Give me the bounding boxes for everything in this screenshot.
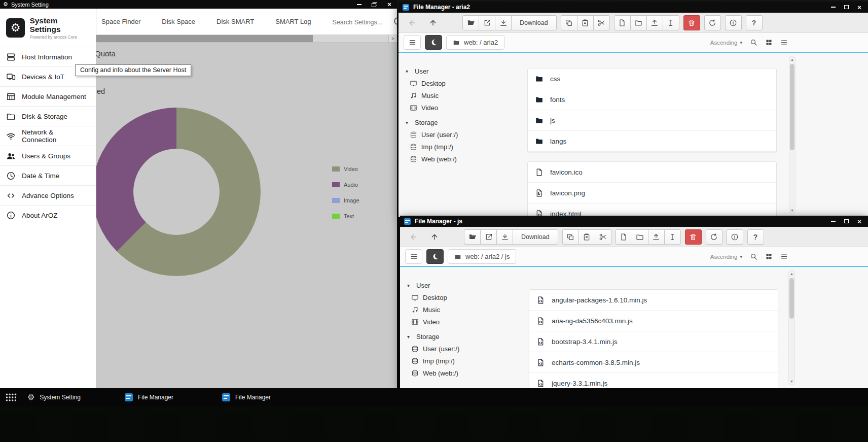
paste-button[interactable] [578, 229, 595, 245]
tree-item[interactable]: ▾ Video [411, 316, 527, 328]
cut-button[interactable] [595, 229, 611, 245]
file-row[interactable]: aria-ng-da5356c403.min.js [529, 311, 778, 331]
settings-tab[interactable]: Disk SMART [216, 18, 254, 25]
tree-item[interactable]: ▾ Web (web:/) [410, 153, 525, 165]
taskbar-item-file-manager-2[interactable]: File Manager [217, 388, 314, 406]
sidebar-item[interactable]: Advance Options [0, 185, 96, 205]
settings-tab[interactable]: SMART Log [275, 18, 311, 25]
theme-toggle-button[interactable] [425, 35, 442, 50]
info-button[interactable] [725, 15, 742, 30]
new-file-button[interactable] [614, 15, 631, 30]
sort-order-dropdown[interactable]: Ascending ▾ [710, 254, 742, 260]
file-row[interactable]: css [528, 69, 776, 89]
list-view-icon[interactable] [780, 253, 788, 260]
settings-tab[interactable]: Space Finder [101, 18, 140, 25]
sidebar-item[interactable]: Users & Groups [0, 146, 96, 165]
tree-item[interactable]: ▾ Storage [406, 116, 525, 128]
sidebar-item[interactable]: Date & Time [0, 165, 96, 185]
rename-button[interactable] [663, 15, 679, 30]
download-button[interactable]: Download [513, 229, 558, 245]
scrollbar-thumb[interactable] [789, 278, 794, 319]
tree-item[interactable]: ▾ Desktop [410, 77, 525, 89]
file-row[interactable]: langs [528, 131, 776, 152]
menu-button[interactable] [405, 249, 422, 264]
taskbar-item-file-manager-1[interactable]: File Manager [120, 388, 217, 406]
system-setting-titlebar[interactable]: ⚙ System Setting × [0, 0, 397, 9]
scroll-up-arrow[interactable]: ▲ [789, 58, 795, 61]
file-row[interactable]: echarts-common-3.8.5.min.js [529, 352, 778, 373]
legend-item[interactable]: Video [332, 166, 359, 172]
sidebar-item[interactable]: Network & Connection [0, 126, 96, 146]
titlebar[interactable]: File Manager - js × [400, 216, 868, 227]
up-button[interactable] [426, 229, 443, 245]
back-button[interactable] [405, 229, 422, 245]
scrollbar-thumb[interactable] [790, 64, 794, 150]
maximize-button[interactable] [840, 2, 853, 13]
scrollbar-thumb[interactable] [96, 35, 313, 42]
help-button[interactable]: ? [747, 229, 764, 245]
taskbar-item-system-setting[interactable]: ⚙ System Setting [22, 388, 120, 406]
tree-item[interactable]: ▾ User [406, 65, 525, 77]
titlebar[interactable]: File Manager - aria2 × [399, 2, 868, 13]
tree-item[interactable]: ▾ User (user:/) [411, 343, 527, 355]
new-folder-button[interactable] [632, 229, 648, 245]
grid-view-icon[interactable] [765, 39, 773, 46]
sidebar-item[interactable]: About ArOZ [0, 205, 96, 225]
scroll-right-arrow[interactable]: > [388, 35, 397, 42]
file-row[interactable]: favicon.png [528, 183, 776, 203]
scroll-down-arrow[interactable]: ▼ [789, 209, 795, 212]
tree-item[interactable]: ▾ User [407, 279, 527, 291]
file-row[interactable]: js [528, 110, 776, 131]
file-row[interactable]: fonts [528, 89, 776, 110]
open-directory-button[interactable] [462, 15, 479, 30]
theme-toggle-button[interactable] [426, 249, 444, 264]
file-row[interactable]: index.html [528, 203, 776, 217]
scrollbar-track[interactable] [313, 35, 388, 42]
legend-item[interactable]: Audio [332, 182, 359, 188]
minimize-button[interactable] [826, 2, 840, 13]
tree-item[interactable]: ▾ Video [410, 101, 525, 114]
vertical-scrollbar[interactable]: ▲ ▼ [788, 270, 795, 385]
scroll-up-arrow[interactable]: ▲ [789, 272, 794, 276]
tree-item[interactable]: ▾ Music [411, 303, 527, 316]
horizontal-scrollbar[interactable]: > [96, 35, 397, 43]
info-button[interactable] [727, 229, 743, 245]
grid-view-icon[interactable] [765, 253, 773, 260]
vertical-scrollbar[interactable]: ▲ ▼ [789, 56, 795, 214]
tree-item[interactable]: ▾ Storage [407, 330, 527, 343]
open-external-button[interactable] [480, 229, 497, 245]
download-icon-button[interactable] [496, 229, 513, 245]
sidebar-item[interactable]: Disk & Storage [0, 106, 96, 126]
sidebar-item[interactable]: Host Information [0, 47, 96, 66]
refresh-button[interactable] [706, 229, 722, 245]
restore-button[interactable] [367, 0, 382, 9]
apps-launcher-button[interactable] [0, 388, 22, 406]
minimize-button[interactable] [826, 216, 840, 227]
close-button[interactable]: × [853, 216, 866, 227]
tree-item[interactable]: ▾ Web (web:/) [411, 367, 527, 379]
cut-button[interactable] [593, 15, 610, 30]
breadcrumb[interactable]: web: / aria2 [446, 35, 504, 50]
open-external-button[interactable] [479, 15, 495, 30]
list-view-icon[interactable] [780, 39, 788, 46]
upload-button[interactable] [648, 229, 665, 245]
new-folder-button[interactable] [630, 15, 647, 30]
search-settings-input[interactable] [333, 19, 389, 26]
legend-item[interactable]: Text [332, 213, 359, 219]
up-button[interactable] [424, 15, 441, 30]
paste-button[interactable] [577, 15, 594, 30]
new-file-button[interactable] [616, 229, 632, 245]
download-button[interactable]: Download [511, 15, 557, 30]
search-icon[interactable] [750, 39, 757, 46]
tree-item[interactable]: ▾ tmp (tmp:/) [410, 141, 525, 153]
rename-button[interactable] [664, 229, 681, 245]
tree-item[interactable]: ▾ tmp (tmp:/) [411, 355, 527, 367]
menu-button[interactable] [404, 35, 421, 50]
sort-order-dropdown[interactable]: Ascending ▾ [710, 40, 742, 46]
open-directory-button[interactable] [464, 229, 481, 245]
legend-item[interactable]: Image [332, 197, 359, 203]
minimize-button[interactable] [351, 0, 367, 9]
delete-button[interactable] [685, 229, 702, 245]
file-row[interactable]: bootstrap-3.4.1.min.js [529, 331, 778, 352]
settings-tab[interactable]: Disk Space [162, 18, 195, 25]
